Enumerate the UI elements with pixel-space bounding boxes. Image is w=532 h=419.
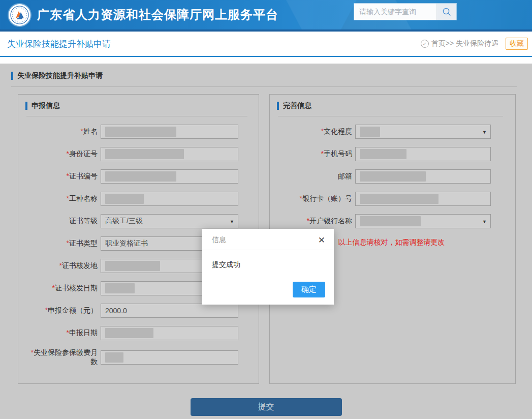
section-header: 失业保险技能提升补贴申请 [0, 64, 532, 80]
divider [278, 116, 503, 116]
redacted-value [360, 127, 380, 137]
redacted-value [360, 171, 426, 182]
field-label: *申报日期 [26, 328, 98, 338]
field-label: *证书编号 [26, 172, 98, 181]
chevron-down-icon: ▼ [482, 130, 487, 135]
dialog-message: 提交成功 [202, 250, 334, 282]
message-dialog: 信息 ✕ 提交成功 确定 [202, 229, 334, 305]
complete-panel-header: 完善信息 [277, 101, 491, 110]
field-label: *证书类型 [26, 239, 98, 248]
search-box [354, 3, 457, 20]
close-icon[interactable]: ✕ [318, 236, 325, 245]
field-row: 证书等级 高级工/三级 ▼ [26, 214, 238, 228]
department-logo-icon [9, 4, 30, 26]
field-label: *文化程度 [278, 127, 352, 136]
page: 广东省人力资源和社会保障厅网上服务平台 失业保险技能提升补贴申请 ↙ 首页>> … [0, 0, 532, 419]
breadcrumb[interactable]: ↙ 首页>> 失业保险待遇 [421, 39, 498, 48]
certificate-level-select[interactable]: 高级工/三级 ▼ [101, 214, 238, 228]
breadcrumb-text[interactable]: 首页>> 失业保险待遇 [431, 39, 498, 48]
email-input[interactable] [355, 169, 491, 184]
field-row: *申报金额（元） 2000.0 [26, 304, 238, 318]
favorite-button[interactable]: 收藏 [506, 38, 528, 50]
field-row: 邮箱 [278, 169, 491, 184]
confirm-button[interactable]: 确定 [293, 282, 325, 297]
field-label: *开户银行名称 [278, 217, 352, 226]
search-icon [442, 7, 452, 17]
divider [26, 116, 247, 116]
title-bar: 失业保险技能提升补贴申请 ↙ 首页>> 失业保险待遇 收藏 [0, 32, 532, 57]
search-input[interactable] [354, 4, 436, 20]
field-row: *失业保险参保缴费月数 [26, 348, 238, 366]
declare-amount-input[interactable]: 2000.0 [101, 304, 238, 318]
return-arrow-icon: ↙ [421, 40, 429, 48]
job-title-input[interactable] [101, 192, 238, 206]
redacted-value [360, 194, 439, 204]
education-level-select[interactable]: ▼ [355, 125, 491, 139]
field-label: 证书等级 [26, 217, 98, 226]
field-row: *手机号码 [278, 147, 491, 161]
redacted-value [105, 149, 184, 159]
field-label: *申报金额（元） [26, 306, 98, 315]
field-label: *工种名称 [26, 194, 98, 203]
mobile-number-input[interactable] [355, 147, 491, 161]
insured-months-input[interactable] [101, 350, 238, 365]
page-title: 失业保险技能提升补贴申请 [7, 38, 111, 50]
chevron-down-icon: ▼ [482, 219, 487, 224]
redacted-value [360, 149, 406, 159]
submit-button[interactable]: 提交 [191, 398, 342, 416]
header: 广东省人力资源和社会保障厅网上服务平台 [0, 0, 532, 29]
redacted-value [105, 127, 176, 137]
spacer [0, 57, 532, 64]
dialog-header: 信息 ✕ [202, 229, 334, 250]
field-label: *失业保险参保缴费月数 [26, 348, 98, 366]
redacted-value [105, 171, 176, 182]
section-marker [11, 72, 13, 80]
field-row: *姓名 [26, 125, 238, 139]
field-label: *手机号码 [278, 149, 352, 159]
field-label: *证书核发日期 [26, 284, 98, 293]
redacted-value [105, 328, 153, 338]
redacted-value [105, 261, 160, 271]
id-number-input[interactable] [101, 147, 238, 161]
dialog-title: 信息 [212, 235, 226, 245]
field-row: *开户银行名称 ▼ [278, 214, 491, 228]
field-row: *证书编号 [26, 169, 238, 184]
dialog-footer: 确定 [202, 282, 334, 305]
field-row: *文化程度 ▼ [278, 125, 491, 139]
search-button[interactable] [436, 4, 456, 20]
redacted-value [105, 283, 135, 293]
field-label: *身份证号 [26, 149, 98, 159]
field-row: *身份证号 [26, 147, 238, 161]
declare-date-input[interactable] [101, 326, 238, 340]
bank-card-number-input[interactable] [355, 192, 491, 206]
field-row: *工种名称 [26, 192, 238, 206]
section-title: 失业保险技能提升补贴申请 [17, 71, 103, 80]
declare-panel-title: 申报信息 [32, 101, 60, 110]
submit-row: 提交 [0, 398, 532, 416]
redacted-value [105, 194, 144, 204]
field-label: *姓名 [26, 127, 98, 136]
panel-marker [25, 102, 27, 110]
redacted-value [105, 352, 123, 363]
certificate-number-input[interactable] [101, 169, 238, 184]
declare-panel-header: 申报信息 [25, 101, 238, 110]
field-label: *证书核发地 [26, 261, 98, 271]
complete-panel-title: 完善信息 [283, 101, 311, 110]
field-row: *银行卡（账）号 [278, 192, 491, 206]
field-label: *银行卡（账）号 [278, 194, 352, 203]
redacted-value [360, 216, 421, 226]
bank-name-select[interactable]: ▼ [355, 214, 491, 228]
chevron-down-icon: ▼ [230, 219, 234, 224]
field-label: 邮箱 [278, 172, 352, 181]
name-input[interactable] [101, 125, 238, 139]
field-row: *申报日期 [26, 326, 238, 340]
panel-marker [277, 102, 279, 110]
divider [11, 86, 517, 87]
portal-title: 广东省人力资源和社会保障厅网上服务平台 [37, 7, 278, 23]
